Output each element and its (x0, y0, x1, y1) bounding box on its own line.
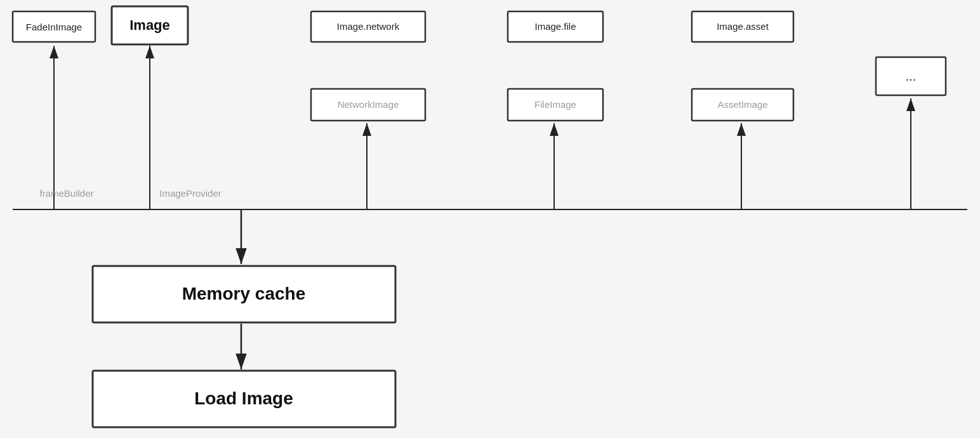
memory-cache-box: Memory cache (93, 266, 395, 322)
image-provider-label: ImageProvider (159, 188, 222, 199)
asset-image-box: AssetImage (692, 89, 793, 121)
network-image-box: NetworkImage (311, 89, 425, 121)
image-label: Image (129, 17, 170, 33)
image-network-label: Image.network (337, 21, 400, 32)
asset-image-label: AssetImage (717, 99, 767, 110)
image-network-box: Image.network (311, 11, 425, 42)
ellipsis-label: ... (906, 69, 917, 83)
memory-cache-label: Memory cache (182, 284, 306, 303)
image-box: Image (112, 6, 188, 44)
file-image-label: FileImage (534, 99, 576, 110)
image-asset-label: Image.asset (717, 21, 769, 32)
frame-builder-label: frameBuilder (39, 188, 93, 199)
image-file-box: Image.file (508, 11, 603, 42)
file-image-box: FileImage (508, 89, 603, 121)
image-asset-box: Image.asset (692, 11, 793, 42)
diagram-container: FadeInImage Image Image.network Image.fi… (0, 0, 980, 438)
fadein-image-label: FadeInImage (26, 22, 82, 32)
image-file-label: Image.file (534, 21, 576, 32)
load-image-label: Load Image (194, 388, 293, 408)
ellipsis-box: ... (876, 57, 946, 95)
load-image-box: Load Image (93, 371, 395, 427)
network-image-label: NetworkImage (338, 99, 399, 110)
diagram-svg: FadeInImage Image Image.network Image.fi… (0, 0, 980, 438)
fadein-image-box: FadeInImage (13, 11, 95, 42)
